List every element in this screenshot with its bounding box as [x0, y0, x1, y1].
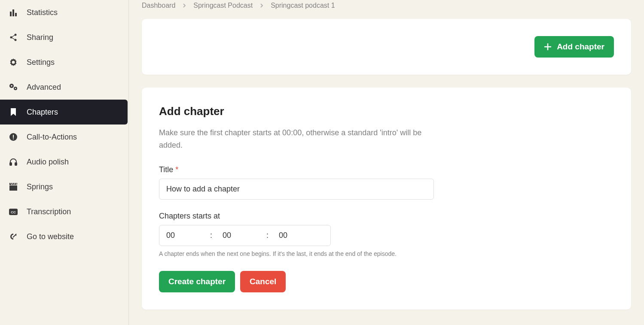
add-chapter-button[interactable]: Add chapter: [534, 36, 614, 58]
svg-point-8: [11, 85, 12, 87]
sidebar-item-sharing[interactable]: Sharing: [0, 25, 128, 50]
sidebar-item-label: Chapters: [27, 108, 58, 117]
plus-icon: [544, 43, 552, 51]
sidebar-item-springs[interactable]: Springs: [0, 174, 128, 199]
time-minutes-input[interactable]: [216, 225, 263, 246]
svg-point-3: [15, 34, 17, 36]
breadcrumb-item[interactable]: Springcast podcast 1: [271, 2, 335, 9]
sidebar-item-transcription[interactable]: CC Transcription: [0, 199, 128, 224]
sidebar-item-label: Sharing: [27, 33, 53, 42]
time-input-group: : :: [159, 225, 331, 246]
sidebar-item-label: Go to website: [27, 232, 74, 241]
headphones-icon: [9, 157, 18, 167]
form-help-text: A chapter ends when the next one begins.…: [159, 250, 614, 257]
sidebar-item-audio-polish[interactable]: Audio polish: [0, 149, 128, 174]
title-input[interactable]: [159, 179, 434, 200]
svg-point-6: [12, 61, 14, 63]
time-hours-input[interactable]: [159, 225, 207, 246]
sidebar-item-label: Springs: [27, 182, 53, 191]
external-link-icon: [9, 232, 18, 241]
sidebar-item-label: Statistics: [27, 8, 58, 17]
sidebar-item-settings[interactable]: Settings: [0, 50, 128, 75]
title-label: Title *: [159, 165, 614, 174]
breadcrumb-item[interactable]: Dashboard: [142, 2, 175, 9]
svg-rect-15: [15, 163, 17, 165]
button-label: Add chapter: [557, 42, 604, 52]
sidebar-item-chapters[interactable]: Chapters: [0, 100, 128, 125]
svg-rect-2: [15, 13, 17, 16]
alert-icon: [9, 132, 18, 142]
cancel-button[interactable]: Cancel: [240, 271, 286, 292]
sidebar: Statistics Sharing Settings Advanced Cha…: [0, 0, 129, 325]
svg-text:CC: CC: [11, 210, 16, 214]
svg-rect-14: [10, 163, 12, 165]
create-chapter-button[interactable]: Create chapter: [159, 271, 235, 292]
clapper-icon: [9, 182, 18, 191]
svg-rect-12: [13, 135, 14, 138]
svg-point-4: [10, 36, 12, 39]
sidebar-item-label: Call-to-Actions: [27, 133, 77, 142]
sidebar-item-label: Transcription: [27, 207, 71, 216]
gears-icon: [9, 82, 18, 92]
gear-icon: [9, 58, 18, 67]
bookmark-icon: [9, 107, 18, 117]
svg-rect-13: [13, 139, 14, 140]
svg-rect-0: [10, 12, 12, 16]
sidebar-item-statistics[interactable]: Statistics: [0, 0, 128, 25]
time-seconds-input[interactable]: [272, 225, 319, 246]
starts-at-label: Chapters starts at: [159, 212, 614, 221]
sidebar-item-label: Settings: [27, 58, 55, 67]
cc-icon: CC: [9, 207, 18, 216]
time-colon: :: [207, 231, 216, 240]
sidebar-item-label: Audio polish: [27, 158, 69, 167]
svg-point-10: [15, 88, 16, 89]
time-colon: :: [263, 231, 272, 240]
sidebar-item-label: Advanced: [27, 83, 61, 92]
sidebar-item-go-to-website[interactable]: Go to website: [0, 224, 128, 249]
sidebar-item-advanced[interactable]: Advanced: [0, 75, 128, 100]
share-icon: [9, 33, 18, 42]
chevron-right-icon: [182, 3, 186, 8]
bar-chart-icon: [9, 8, 18, 17]
sidebar-item-cta[interactable]: Call-to-Actions: [0, 125, 128, 149]
svg-point-5: [15, 39, 17, 41]
form-description: Make sure the first chapter starts at 00…: [159, 127, 434, 152]
required-mark: *: [175, 165, 178, 174]
chevron-right-icon: [259, 3, 264, 8]
breadcrumb-item[interactable]: Springcast Podcast: [193, 2, 253, 9]
card-form: Add chapter Make sure the first chapter …: [142, 88, 631, 310]
button-row: Create chapter Cancel: [159, 271, 614, 292]
main-content: Dashboard Springcast Podcast Springcast …: [129, 0, 644, 325]
svg-rect-1: [12, 9, 14, 16]
card-toolbar: Add chapter: [142, 19, 631, 75]
form-heading: Add chapter: [159, 105, 614, 118]
breadcrumb: Dashboard Springcast Podcast Springcast …: [142, 0, 631, 19]
svg-rect-16: [9, 185, 17, 191]
